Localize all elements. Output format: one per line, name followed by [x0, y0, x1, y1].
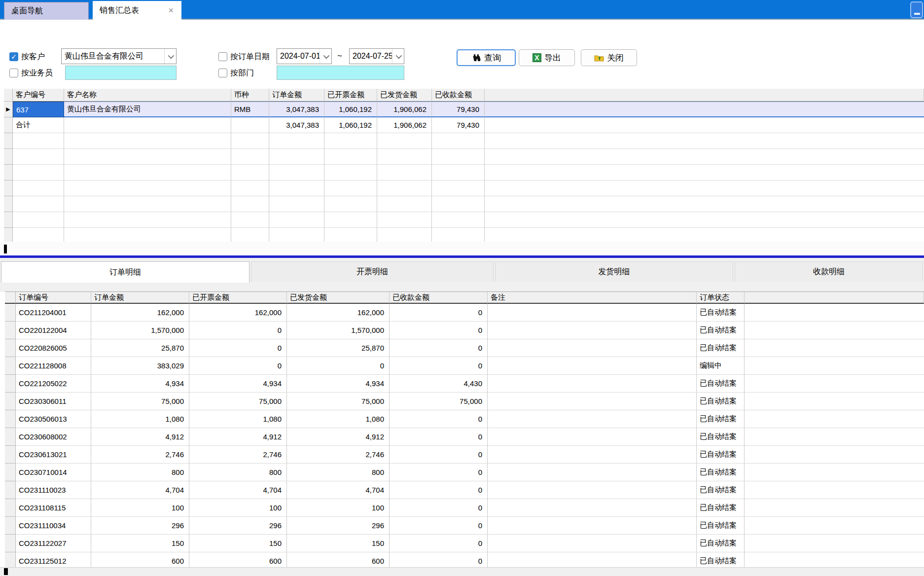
- cell-order-amount[interactable]: 4,934: [91, 375, 189, 393]
- cell-order-id[interactable]: CO231110023: [16, 481, 91, 499]
- cell-note[interactable]: [488, 499, 697, 517]
- detail-row[interactable]: CO220122004 1,570,000 0 1,570,000 0 已自动结…: [5, 322, 924, 339]
- cell-received-amount[interactable]: 0: [390, 499, 488, 517]
- cell-shipped-amount[interactable]: 162,000: [287, 304, 390, 322]
- detail-row[interactable]: CO230306011 75,000 75,000 75,000 75,000 …: [5, 393, 924, 410]
- cell-note[interactable]: [488, 375, 697, 393]
- cell-received-amount[interactable]: 4,430: [390, 375, 488, 393]
- cell-received-amount[interactable]: 79,430: [432, 102, 485, 117]
- tab-receipt-detail[interactable]: 收款明细: [735, 261, 923, 282]
- col-order-status[interactable]: 订单状态: [697, 292, 745, 304]
- row-header[interactable]: [5, 304, 16, 322]
- col-currency[interactable]: 币种: [231, 89, 269, 102]
- row-header[interactable]: [5, 339, 16, 357]
- tab-sales-summary[interactable]: 销售汇总表 ×: [93, 1, 181, 20]
- cell-order-status[interactable]: 已自动结案: [697, 481, 745, 499]
- detail-row[interactable]: CO220826005 25,870 0 25,870 0 已自动结案: [5, 339, 924, 357]
- row-header[interactable]: [5, 428, 16, 446]
- cell-note[interactable]: [488, 304, 697, 322]
- cell-shipped-amount[interactable]: 25,870: [287, 339, 390, 357]
- cell-customer-code[interactable]: 637: [13, 102, 64, 117]
- cell-received-amount[interactable]: 0: [390, 481, 488, 499]
- cell-invoiced-amount[interactable]: 2,746: [189, 446, 287, 464]
- tab-desktop-nav[interactable]: 桌面导航: [4, 2, 89, 20]
- col-order-id[interactable]: 订单编号: [16, 292, 91, 304]
- col-shipped-amount[interactable]: 已发货金额: [377, 89, 432, 102]
- cell-order-id[interactable]: CO231108115: [16, 499, 91, 517]
- cell-order-id[interactable]: CO230608002: [16, 428, 91, 446]
- cell-received-amount[interactable]: 0: [390, 357, 488, 375]
- query-button[interactable]: 查询: [457, 49, 516, 66]
- row-header[interactable]: [5, 481, 16, 499]
- cell-order-id[interactable]: CO221205022: [16, 375, 91, 393]
- cell-note[interactable]: [488, 393, 697, 410]
- date-to-select[interactable]: 2024-07-25: [349, 48, 404, 64]
- cell-shipped-amount[interactable]: 800: [287, 464, 390, 481]
- row-header[interactable]: [5, 499, 16, 517]
- by-salesman-checkbox[interactable]: [9, 69, 18, 77]
- cell-shipped-amount[interactable]: 4,704: [287, 481, 390, 499]
- detail-row[interactable]: CO230613021 2,746 2,746 2,746 0 已自动结案: [5, 446, 924, 464]
- cell-invoiced-amount[interactable]: 1,080: [189, 410, 287, 428]
- col-note[interactable]: 备注: [488, 292, 697, 304]
- cell-order-status[interactable]: 已自动结案: [697, 393, 745, 410]
- cell-invoiced-amount[interactable]: 1,060,192: [324, 102, 377, 117]
- date-from-select[interactable]: 2024-07-01: [277, 48, 332, 64]
- cell-order-id[interactable]: CO211204001: [16, 304, 91, 322]
- cell-invoiced-amount[interactable]: 150: [189, 535, 287, 552]
- cell-order-status[interactable]: 已自动结案: [697, 375, 745, 393]
- cell-received-amount[interactable]: 0: [390, 517, 488, 535]
- cell-currency[interactable]: RMB: [231, 102, 269, 117]
- cell-shipped-amount[interactable]: 296: [287, 517, 390, 535]
- cell-invoiced-amount[interactable]: 0: [189, 322, 287, 339]
- cell-order-amount[interactable]: 383,029: [91, 357, 189, 375]
- cell-shipped-amount[interactable]: 1,906,062: [377, 102, 432, 117]
- cell-note[interactable]: [488, 339, 697, 357]
- window-corner-button[interactable]: [910, 1, 923, 18]
- row-header[interactable]: [5, 535, 16, 552]
- col-shipped-amount[interactable]: 已发货金额: [287, 292, 390, 304]
- cell-note[interactable]: [488, 481, 697, 499]
- cell-order-amount[interactable]: 600: [91, 552, 189, 567]
- customer-select[interactable]: 黄山伟旦合金有限公司: [61, 48, 177, 64]
- department-input[interactable]: [277, 66, 404, 80]
- cell-received-amount[interactable]: 0: [390, 464, 488, 481]
- cell-invoiced-amount[interactable]: 296: [189, 517, 287, 535]
- row-header[interactable]: [5, 410, 16, 428]
- cell-order-amount[interactable]: 75,000: [91, 393, 189, 410]
- cell-order-amount[interactable]: 162,000: [91, 304, 189, 322]
- cell-order-status[interactable]: 已自动结案: [697, 499, 745, 517]
- cell-received-amount[interactable]: 0: [390, 322, 488, 339]
- cell-received-amount[interactable]: 75,000: [390, 393, 488, 410]
- cell-order-amount[interactable]: 25,870: [91, 339, 189, 357]
- cell-note[interactable]: [488, 517, 697, 535]
- close-button[interactable]: 关闭: [581, 49, 637, 66]
- col-customer-name[interactable]: 客户名称: [64, 89, 231, 102]
- cell-invoiced-amount[interactable]: 600: [189, 552, 287, 567]
- detail-row[interactable]: CO231122027 150 150 150 0 已自动结案: [5, 535, 924, 552]
- cell-shipped-amount[interactable]: 1,080: [287, 410, 390, 428]
- cell-invoiced-amount[interactable]: 4,934: [189, 375, 287, 393]
- cell-order-amount[interactable]: 296: [91, 517, 189, 535]
- cell-order-id[interactable]: CO230506013: [16, 410, 91, 428]
- detail-row[interactable]: CO221205022 4,934 4,934 4,934 4,430 已自动结…: [5, 375, 924, 393]
- date-to-dropdown[interactable]: [392, 49, 404, 64]
- cell-note[interactable]: [488, 410, 697, 428]
- cell-note[interactable]: [488, 552, 697, 567]
- detail-row[interactable]: CO231110034 296 296 296 0 已自动结案: [5, 517, 924, 535]
- cell-shipped-amount[interactable]: 0: [287, 357, 390, 375]
- detail-row[interactable]: CO211204001 162,000 162,000 162,000 0 已自…: [5, 304, 924, 322]
- cell-order-amount[interactable]: 3,047,383: [269, 102, 324, 117]
- customer-select-dropdown[interactable]: [164, 49, 176, 64]
- by-order-date-checkbox[interactable]: [218, 52, 227, 61]
- cell-order-id[interactable]: CO221128008: [16, 357, 91, 375]
- cell-order-status[interactable]: 已自动结案: [697, 552, 745, 567]
- col-invoiced-amount[interactable]: 已开票金额: [324, 89, 377, 102]
- by-department-checkbox[interactable]: [218, 69, 227, 77]
- cell-order-amount[interactable]: 2,746: [91, 446, 189, 464]
- salesman-input[interactable]: [65, 66, 177, 80]
- cell-invoiced-amount[interactable]: 0: [189, 357, 287, 375]
- cell-order-status[interactable]: 已自动结案: [697, 535, 745, 552]
- summary-row-selected[interactable]: ▶ 637 黄山伟旦合金有限公司 RMB 3,047,383 1,060,192…: [4, 102, 924, 117]
- cell-order-amount[interactable]: 150: [91, 535, 189, 552]
